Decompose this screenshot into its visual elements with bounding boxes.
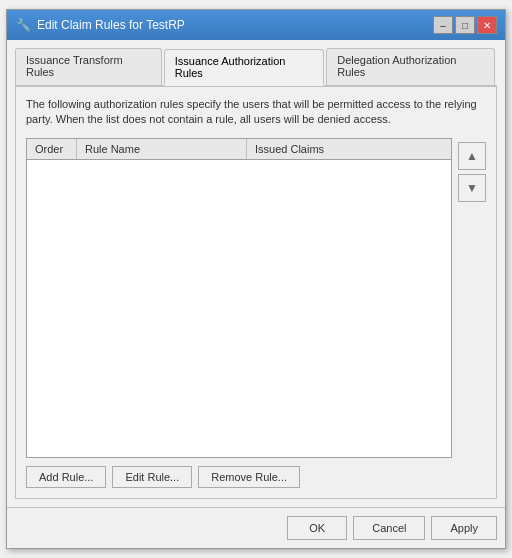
arrow-up-icon: ▲ (466, 149, 478, 163)
title-bar: 🔧 Edit Claim Rules for TestRP – □ ✕ (7, 10, 505, 40)
window-title: Edit Claim Rules for TestRP (37, 18, 185, 32)
column-issued-claims: Issued Claims (247, 139, 451, 159)
table-header: Order Rule Name Issued Claims (27, 139, 451, 160)
column-order: Order (27, 139, 77, 159)
main-window: 🔧 Edit Claim Rules for TestRP – □ ✕ Issu… (6, 9, 506, 549)
tab-content: The following authorization rules specif… (15, 87, 497, 499)
ok-button[interactable]: OK (287, 516, 347, 540)
title-bar-left: 🔧 Edit Claim Rules for TestRP (15, 17, 185, 33)
edit-rule-button[interactable]: Edit Rule... (112, 466, 192, 488)
move-down-button[interactable]: ▼ (458, 174, 486, 202)
title-buttons: – □ ✕ (433, 16, 497, 34)
move-up-button[interactable]: ▲ (458, 142, 486, 170)
close-button[interactable]: ✕ (477, 16, 497, 34)
window-icon: 🔧 (15, 17, 31, 33)
column-rule-name: Rule Name (77, 139, 247, 159)
tab-issuance-transform[interactable]: Issuance Transform Rules (15, 48, 162, 85)
side-buttons: ▲ ▼ (458, 138, 486, 458)
main-area: Order Rule Name Issued Claims ▲ ▼ (26, 138, 486, 458)
cancel-button[interactable]: Cancel (353, 516, 425, 540)
action-buttons: Add Rule... Edit Rule... Remove Rule... (26, 466, 486, 488)
tab-issuance-authorization[interactable]: Issuance Authorization Rules (164, 49, 324, 86)
add-rule-button[interactable]: Add Rule... (26, 466, 106, 488)
apply-button[interactable]: Apply (431, 516, 497, 540)
description-text: The following authorization rules specif… (26, 97, 486, 128)
maximize-button[interactable]: □ (455, 16, 475, 34)
arrow-down-icon: ▼ (466, 181, 478, 195)
tab-bar: Issuance Transform Rules Issuance Author… (15, 48, 497, 87)
window-content: Issuance Transform Rules Issuance Author… (7, 40, 505, 507)
tab-delegation-authorization[interactable]: Delegation Authorization Rules (326, 48, 495, 85)
table-body (27, 160, 451, 457)
rules-table: Order Rule Name Issued Claims (26, 138, 452, 458)
remove-rule-button[interactable]: Remove Rule... (198, 466, 300, 488)
bottom-bar: OK Cancel Apply (7, 507, 505, 548)
minimize-button[interactable]: – (433, 16, 453, 34)
